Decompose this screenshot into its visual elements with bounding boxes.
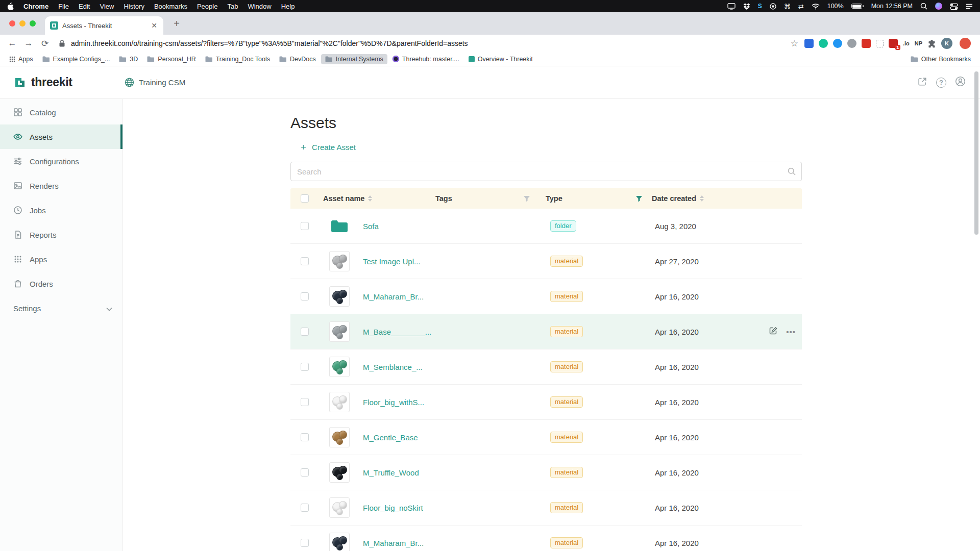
column-header-date-created[interactable]: Date created [648, 194, 802, 203]
bookmark-threehub[interactable]: Threehub: master.... [388, 54, 463, 64]
column-header-asset-name[interactable]: Asset name [319, 194, 435, 203]
lock-icon[interactable] [59, 40, 65, 47]
sidebar-item-settings[interactable]: Settings [0, 296, 122, 320]
row-checkbox[interactable] [301, 504, 309, 512]
filter-icon[interactable] [523, 195, 530, 202]
column-header-tags[interactable]: Tags [435, 194, 542, 203]
new-tab-button[interactable]: + [170, 18, 183, 30]
notification-list-icon[interactable] [966, 2, 973, 10]
sidebar-item-assets[interactable]: Assets [0, 124, 122, 149]
table-row[interactable]: M_Gentle_Base material Apr 16, 2020 [290, 420, 802, 455]
asset-name-link[interactable]: M_Truffle_Wood [363, 468, 419, 477]
bookmark-example-configs[interactable]: Example Configs_... [38, 54, 114, 64]
table-row[interactable]: M_Maharam_Br... material Apr 16, 2020 [290, 525, 802, 551]
battery-icon[interactable] [851, 4, 864, 9]
bookmark-internal-systems[interactable]: Internal Systems [321, 54, 387, 64]
extension-blue-icon[interactable] [804, 39, 814, 48]
tab-close-icon[interactable]: ✕ [150, 21, 158, 30]
table-row[interactable]: Floor_big_noSkirt material Apr 16, 2020 [290, 490, 802, 525]
bookmark-apps[interactable]: Apps [5, 54, 37, 64]
wifi-icon[interactable] [812, 2, 820, 10]
edit-icon[interactable] [769, 327, 778, 337]
menu-chrome[interactable]: Chrome [23, 3, 48, 10]
table-row[interactable]: M_Semblance_... material Apr 16, 2020 [290, 349, 802, 385]
chat-extension-icon[interactable] [833, 39, 842, 48]
red-extension-icon[interactable] [862, 39, 871, 48]
sidebar-item-renders[interactable]: Renders [0, 173, 122, 198]
dropbox-icon[interactable] [743, 2, 750, 10]
capture-extension-icon[interactable] [876, 40, 884, 47]
spotlight-icon[interactable] [920, 2, 927, 10]
avatar[interactable]: K [941, 38, 952, 49]
back-button[interactable]: ← [5, 37, 19, 50]
control-center-icon[interactable] [950, 2, 958, 10]
browser-tab[interactable]: Assets - Threekit ✕ [45, 16, 163, 35]
bookmark-3d[interactable]: 3D [115, 54, 142, 64]
asset-name-link[interactable]: M_Base________... [363, 328, 431, 336]
display-icon[interactable] [727, 2, 736, 10]
row-checkbox[interactable] [301, 468, 309, 477]
switch-icon[interactable]: ⇄ [798, 2, 804, 10]
search-input[interactable] [290, 162, 802, 181]
asset-name-link[interactable]: M_Maharam_Br... [363, 539, 424, 547]
menu-tab[interactable]: Tab [227, 3, 238, 10]
row-checkbox[interactable] [301, 257, 309, 265]
menu-file[interactable]: File [58, 3, 69, 10]
row-checkbox[interactable] [301, 292, 309, 300]
forward-button[interactable]: → [21, 37, 36, 50]
org-switcher[interactable]: Training CSM [125, 78, 185, 87]
asset-name-link[interactable]: Sofa [363, 222, 379, 231]
table-row[interactable]: M_Base________... material Apr 16, 2020 … [290, 314, 802, 349]
launch-icon[interactable] [917, 77, 927, 89]
menu-history[interactable]: History [124, 3, 144, 10]
sidebar-item-jobs[interactable]: Jobs [0, 198, 122, 222]
close-window-button[interactable] [9, 20, 15, 27]
badge-extension-icon[interactable]: 1 [889, 39, 898, 48]
column-header-type[interactable]: Type [542, 194, 648, 203]
menu-edit[interactable]: Edit [79, 3, 90, 10]
grammarly-extension-icon[interactable] [819, 39, 828, 48]
table-row[interactable]: M_Maharam_Br... material Apr 16, 2020 [290, 279, 802, 314]
gray-extension-icon[interactable] [847, 39, 856, 48]
asset-name-link[interactable]: M_Maharam_Br... [363, 292, 424, 301]
row-checkbox[interactable] [301, 539, 309, 547]
other-bookmarks[interactable]: Other Bookmarks [906, 54, 975, 64]
menu-window[interactable]: Window [248, 3, 271, 10]
sort-icon[interactable] [700, 195, 704, 202]
sidebar-item-reports[interactable]: Reports [0, 222, 122, 247]
more-actions-icon[interactable]: ••• [786, 328, 796, 336]
sort-icon[interactable] [368, 195, 372, 202]
address-bar[interactable]: admin.threekit.com/o/training-csm/assets… [71, 39, 785, 47]
chrome-profile-icon[interactable] [960, 38, 971, 49]
np-extension-icon[interactable]: NP [915, 40, 922, 46]
asset-name-link[interactable]: Floor_big_noSkirt [363, 504, 423, 512]
reload-button[interactable]: ⟳ [38, 37, 52, 50]
menu-clock[interactable]: Mon 12:56 PM [871, 3, 913, 10]
sidebar-item-orders[interactable]: Orders [0, 271, 122, 296]
table-row[interactable]: Floor_big_withS... material Apr 16, 2020 [290, 385, 802, 420]
page-scrollbar[interactable] [974, 71, 978, 235]
table-row[interactable]: Sofa folder Aug 3, 2020 [290, 209, 802, 244]
bookmark-overview-threekit[interactable]: Overview - Threekit [464, 54, 537, 64]
apple-menu-icon[interactable] [7, 2, 14, 10]
sidebar-item-configurations[interactable]: Configurations [0, 149, 122, 173]
asset-name-link[interactable]: M_Gentle_Base [363, 433, 418, 442]
create-asset-button[interactable]: + Create Asset [301, 143, 356, 152]
account-icon[interactable] [955, 76, 966, 89]
select-all-checkbox[interactable] [301, 194, 309, 203]
menu-help[interactable]: Help [281, 3, 295, 10]
bookmark-personal-hr[interactable]: Personal_HR [143, 54, 200, 64]
record-icon[interactable] [770, 2, 776, 10]
bookmark-devdocs[interactable]: DevDocs [275, 54, 320, 64]
row-checkbox[interactable] [301, 433, 309, 441]
row-checkbox[interactable] [301, 398, 309, 406]
bookmark-training-doc-tools[interactable]: Training_Doc Tools [201, 54, 274, 64]
sidebar-item-apps[interactable]: Apps [0, 247, 122, 271]
filter-icon-active[interactable] [635, 195, 643, 202]
minimize-window-button[interactable] [19, 20, 26, 27]
io-extension-icon[interactable]: .io [903, 40, 910, 46]
battery-percent[interactable]: 100% [827, 3, 844, 10]
asset-name-link[interactable]: Floor_big_withS... [363, 398, 424, 407]
table-row[interactable]: Test Image Upl... material Apr 27, 2020 [290, 244, 802, 279]
zoom-window-button[interactable] [30, 20, 36, 27]
